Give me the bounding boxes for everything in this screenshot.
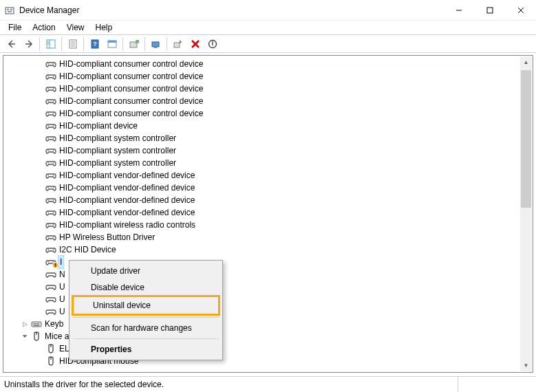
expand-icon[interactable]: ▷ (21, 320, 30, 329)
ctx-properties[interactable]: Properties (72, 341, 220, 358)
svg-rect-60 (33, 323, 34, 325)
tree-item-label: HID-compliant consumer control device (59, 58, 203, 70)
disable-button[interactable] (204, 36, 220, 52)
toolbar: ? (0, 34, 536, 53)
tree-item[interactable]: HID-compliant consumer control device (4, 58, 532, 70)
svg-point-31 (47, 100, 49, 102)
svg-point-42 (53, 162, 54, 164)
tree-item-label: Keyb (45, 318, 63, 330)
tree-item[interactable]: HID-compliant system controller (4, 157, 532, 169)
status-panel (458, 377, 533, 392)
svg-point-25 (47, 63, 49, 65)
hid-device-icon (45, 120, 56, 131)
keyboard-icon (31, 318, 42, 329)
vertical-scrollbar[interactable]: ▲ ▼ (520, 56, 532, 371)
action-button[interactable] (104, 36, 120, 52)
maximize-button[interactable] (474, 0, 505, 20)
menubar: File Action View Help (0, 21, 536, 34)
ctx-uninstall-device[interactable]: Uninstall device (72, 295, 220, 316)
tree-item-label: I (58, 255, 64, 269)
ctx-separator (73, 338, 219, 339)
tree-item-label: U (59, 305, 65, 318)
tree-item-label: HP Wireless Button Driver (59, 231, 155, 243)
hid-device-icon (45, 58, 56, 69)
tree-item-label: HID-compliant vendor-defined device (59, 206, 195, 219)
tree-item[interactable]: HID-compliant consumer control device (4, 70, 532, 83)
tree-item[interactable]: HID-compliant vendor-defined device (4, 169, 532, 182)
scroll-down-button[interactable]: ▼ (520, 360, 532, 371)
menu-view[interactable]: View (61, 22, 90, 33)
warning-badge-icon: ! (52, 262, 58, 268)
svg-rect-5 (487, 8, 493, 13)
tree-item[interactable]: HID-compliant wireless radio controls (4, 219, 532, 231)
svg-point-44 (53, 175, 54, 176)
hid-device-icon (45, 306, 56, 317)
ctx-disable-device[interactable]: Disable device (72, 279, 220, 296)
tree-item-label: HID-compliant vendor-defined device (59, 182, 195, 194)
tree-item[interactable]: HID-compliant system controller (4, 132, 532, 144)
tree-item[interactable]: HID-compliant consumer control device (4, 83, 532, 95)
collapse-icon[interactable]: ⏷ (21, 332, 30, 341)
window-title: Device Manager (19, 6, 443, 15)
svg-point-41 (47, 162, 49, 164)
status-text: Uninstalls the driver for the selected d… (4, 380, 164, 389)
svg-rect-1 (7, 9, 9, 10)
svg-point-34 (53, 113, 54, 114)
toolbar-separator (144, 37, 145, 51)
svg-point-55 (47, 249, 49, 250)
tree-item-label: HID-compliant device (59, 120, 138, 132)
svg-point-40 (53, 150, 54, 151)
svg-point-27 (47, 76, 49, 77)
tree-item-label: HID-compliant system controller (59, 132, 176, 144)
menu-file[interactable]: File (3, 22, 27, 33)
tree-item-label: HID-compliant consumer control device (59, 70, 203, 83)
tree-item[interactable]: HID-compliant vendor-defined device (4, 182, 532, 194)
tree-item[interactable]: HID-compliant consumer control device (4, 95, 532, 107)
tree-item[interactable]: HP Wireless Button Driver (4, 231, 532, 243)
minimize-button[interactable] (443, 0, 474, 20)
hid-device-icon (45, 96, 56, 107)
svg-rect-3 (8, 11, 12, 12)
svg-point-54 (53, 237, 54, 238)
tree-item[interactable]: I2C HID Device (4, 243, 532, 256)
tree-item[interactable]: HID-compliant device (4, 120, 532, 132)
help-button[interactable]: ? (87, 36, 103, 52)
tree-item[interactable]: HID-compliant vendor-defined device (4, 206, 532, 219)
svg-rect-21 (152, 42, 159, 47)
close-button[interactable] (505, 0, 536, 20)
scroll-up-button[interactable]: ▲ (520, 56, 532, 68)
svg-rect-64 (34, 325, 39, 326)
show-hide-tree-button[interactable] (43, 36, 58, 52)
tree-item[interactable]: HID-compliant system controller (4, 144, 532, 157)
ctx-scan-hardware[interactable]: Scan for hardware changes (72, 320, 220, 336)
svg-rect-19 (108, 41, 116, 43)
enable-button[interactable] (170, 36, 186, 52)
hid-device-icon (45, 133, 56, 144)
properties-button[interactable] (65, 36, 81, 52)
back-button[interactable] (3, 36, 19, 52)
tree-item[interactable]: HID-compliant consumer control device (4, 107, 532, 120)
window-controls (443, 0, 536, 20)
tree-item-label: HID-compliant wireless radio controls (59, 219, 195, 231)
menu-action[interactable]: Action (27, 22, 61, 33)
tree-item-label: N (59, 268, 65, 281)
scroll-thumb[interactable] (521, 70, 531, 208)
tree-item-label: HID-compliant vendor-defined device (59, 194, 195, 206)
menu-help[interactable]: Help (90, 22, 118, 33)
forward-button[interactable] (21, 36, 36, 52)
svg-point-46 (53, 187, 54, 188)
hid-device-icon (45, 83, 56, 94)
update-driver-button[interactable] (126, 36, 142, 52)
svg-rect-23 (174, 43, 180, 47)
tree-item-label: HID-compliant system controller (59, 157, 176, 169)
scan-button[interactable] (148, 36, 164, 52)
svg-point-36 (53, 125, 54, 127)
hid-device-icon (45, 219, 56, 230)
tree-item[interactable]: HID-compliant vendor-defined device (4, 194, 532, 206)
svg-rect-2 (10, 9, 12, 10)
uninstall-button[interactable] (187, 36, 203, 52)
toolbar-separator (122, 37, 123, 51)
tree-item-label: HID-compliant system controller (59, 144, 176, 157)
svg-point-50 (53, 212, 54, 213)
ctx-update-driver[interactable]: Update driver (72, 263, 220, 279)
